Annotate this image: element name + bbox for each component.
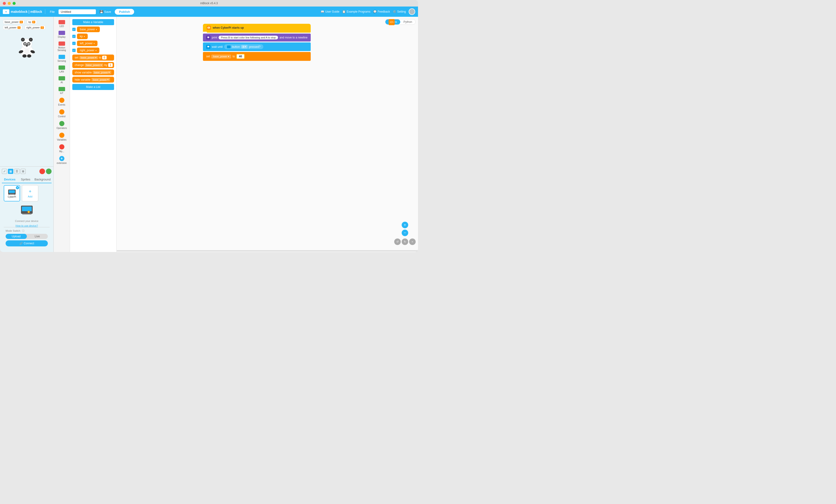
feedback-button[interactable]: 💬 Feedback: [373, 10, 390, 13]
variables-dot: [59, 133, 64, 138]
title-bar: mBlock v5.4.3: [0, 0, 418, 6]
expand-view-button[interactable]: ⤢: [2, 169, 7, 174]
small-grid-button[interactable]: ⊞: [20, 169, 26, 174]
led-label: LED: [59, 25, 64, 27]
category-my-blocks[interactable]: My...: [54, 143, 69, 154]
category-lan[interactable]: LAN: [54, 64, 69, 74]
set-value-input[interactable]: 40: [236, 54, 245, 59]
stop-button[interactable]: [39, 169, 45, 174]
make-variable-button[interactable]: Make a Variable: [72, 19, 114, 25]
change-var-dropdown[interactable]: base_power ▾: [85, 63, 103, 67]
show-var-dropdown[interactable]: base_power ▾: [93, 71, 111, 74]
setting-button[interactable]: ⚙️ Setting: [393, 10, 406, 13]
category-motion-sensing[interactable]: Motion Sensing: [54, 40, 69, 53]
button-dropdown[interactable]: B ▾: [241, 45, 247, 49]
canvas-bottom-buttons: ↺ ↻ =: [394, 238, 416, 245]
print-block[interactable]: print Press B to start color line follow…: [203, 34, 311, 41]
list-view-button[interactable]: ☰: [14, 169, 20, 174]
live-mode-button[interactable]: Live: [27, 234, 48, 239]
set-val[interactable]: 0: [102, 56, 107, 59]
change-val[interactable]: 1: [108, 63, 113, 67]
zoom-in-button[interactable]: +: [402, 222, 408, 228]
category-extension[interactable]: + extension: [54, 155, 69, 166]
category-sensing[interactable]: Sensing: [54, 53, 69, 64]
connect-device-button[interactable]: 🔗 Connect: [5, 240, 48, 247]
print-suffix: and move to a newline: [280, 36, 307, 39]
script-canvas[interactable]: Blocks Python </>: [117, 17, 418, 252]
hide-var-dropdown[interactable]: base_power ▾: [92, 78, 110, 81]
maximize-button[interactable]: [13, 2, 16, 5]
category-iot[interactable]: IoT: [54, 85, 69, 96]
condition-icon: [227, 45, 231, 48]
wait-until-block[interactable]: wait until button B ▾ pressed?: [203, 42, 311, 51]
category-control[interactable]: Control: [54, 108, 69, 119]
change-variable-block[interactable]: change base_power ▾ by 1: [72, 62, 114, 68]
var-block-left-power[interactable]: left_power ▾: [77, 41, 97, 46]
category-ai[interactable]: AI: [54, 75, 69, 85]
variables-display-area: base_power 0 kp 0 left_power 0 right_pow…: [0, 17, 53, 167]
tab-background[interactable]: Background: [34, 176, 52, 183]
project-title-input[interactable]: [59, 9, 96, 14]
var-block-right-power[interactable]: right_power ▾: [77, 47, 99, 53]
hat-block-icon: [207, 26, 211, 30]
save-label: Save: [104, 10, 111, 14]
tab-sprites[interactable]: Sprites: [18, 176, 34, 183]
cyberpi-small-icon: [207, 26, 210, 29]
bottom-controls: ⤢ ▦ ☰ ⊞ Devices Sprites Background: [0, 167, 53, 252]
avatar[interactable]: [408, 8, 415, 15]
file-menu[interactable]: File: [48, 9, 57, 15]
show-variable-block[interactable]: show variable base_power ▾: [72, 70, 114, 75]
minimize-button[interactable]: [8, 2, 11, 5]
user-guide-button[interactable]: 📖 User Guide: [321, 10, 339, 13]
svg-rect-21: [9, 190, 15, 193]
var-badge-left-power: left_power 0: [3, 25, 22, 30]
hide-variable-block[interactable]: hide variable base_power ▾: [72, 77, 114, 82]
close-button[interactable]: [3, 2, 6, 5]
set-block-canvas[interactable]: set base_power ▾ to 40: [203, 52, 311, 61]
var-checkbox-right-power[interactable]: [72, 49, 76, 52]
brand-logo: M makeblock | mBlock: [3, 9, 42, 14]
grid-view-button[interactable]: ▦: [8, 169, 13, 174]
blocks-panel: Make a Variable base_power ▾ kp ▾ l: [70, 17, 117, 252]
var-checkbox-kp[interactable]: [72, 35, 76, 38]
svg-rect-24: [22, 207, 32, 211]
reset-view-button[interactable]: ↺: [394, 238, 401, 245]
make-list-button[interactable]: Make a List: [72, 84, 114, 90]
zoom-out-button[interactable]: −: [402, 230, 408, 236]
expand-code-button[interactable]: </>: [388, 19, 395, 25]
var-checkbox-base-power[interactable]: [72, 28, 76, 31]
set-var-dropdown[interactable]: base_power ▾: [79, 56, 98, 59]
device-close-button[interactable]: ✕: [16, 186, 19, 189]
tab-devices[interactable]: Devices: [2, 176, 18, 183]
python-tab[interactable]: Python: [400, 19, 415, 24]
set-variable-block[interactable]: set base_power ▾ to 0: [72, 55, 114, 61]
mode-switch-help[interactable]: ⓘ: [22, 229, 24, 232]
upload-mode-button[interactable]: Upload: [5, 234, 27, 239]
svg-point-12: [25, 43, 25, 44]
var-block-base-power[interactable]: base_power ▾: [77, 26, 100, 32]
go-button[interactable]: [46, 169, 52, 174]
category-operators[interactable]: Operators: [54, 120, 69, 131]
iot-icon: [59, 87, 65, 91]
category-led[interactable]: LED: [54, 19, 69, 29]
center-view-button[interactable]: ↻: [402, 238, 408, 245]
how-to-use-link[interactable]: How to use device?: [16, 224, 38, 227]
add-device-button[interactable]: + Add: [22, 185, 38, 201]
publish-button[interactable]: Publish: [115, 9, 134, 15]
set-var-canvas-dropdown[interactable]: base_power ▾: [211, 55, 231, 59]
horizontal-scrollbar[interactable]: [117, 250, 418, 252]
save-button[interactable]: 💾 Save: [98, 9, 113, 15]
example-programs-button[interactable]: 📋 Example Programs: [342, 10, 370, 13]
hat-block-label: when CyberPi starts up: [213, 26, 244, 30]
print-icon: [207, 36, 209, 39]
hat-block[interactable]: when CyberPi starts up: [203, 24, 311, 33]
category-display[interactable]: Display: [54, 30, 69, 40]
category-events[interactable]: Events: [54, 96, 69, 108]
connect-device-text: Connect your device: [15, 219, 38, 222]
fit-view-button[interactable]: =: [409, 238, 416, 245]
category-variables[interactable]: Variables: [54, 131, 69, 142]
var-checkbox-left-power[interactable]: [72, 42, 76, 45]
var-block-kp[interactable]: kp ▾: [77, 34, 88, 39]
cyberpi-device[interactable]: ✕ CyberPi: [4, 185, 20, 201]
pressed-label: pressed?: [249, 45, 260, 49]
